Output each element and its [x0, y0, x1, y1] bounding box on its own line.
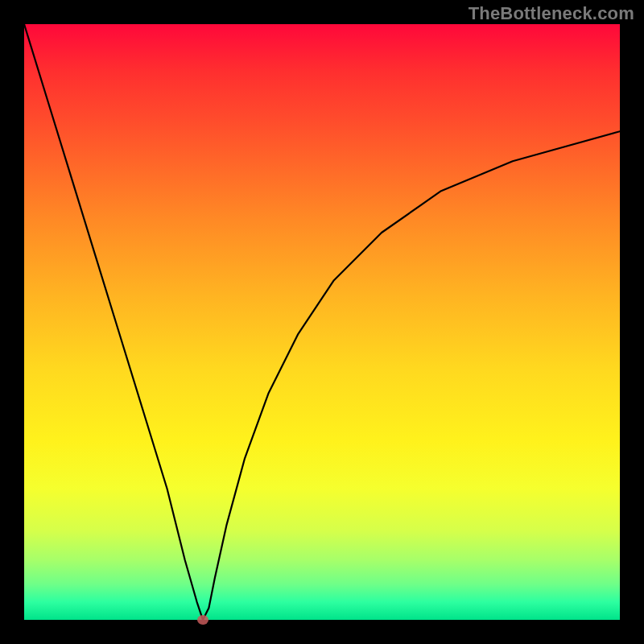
- minimum-marker: [197, 615, 208, 625]
- watermark-text: TheBottleneck.com: [469, 3, 634, 24]
- plot-area: [24, 24, 620, 620]
- chart-stage: TheBottleneck.com: [0, 0, 644, 644]
- bottleneck-curve-path: [24, 24, 620, 620]
- curve-svg: [24, 24, 620, 620]
